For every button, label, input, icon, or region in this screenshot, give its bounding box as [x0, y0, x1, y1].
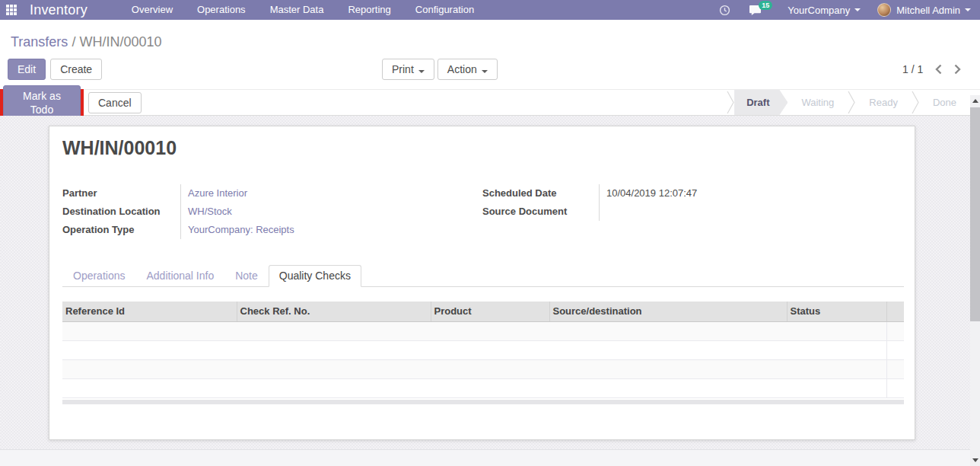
column-product[interactable]: Product — [431, 302, 549, 321]
source-document-value — [606, 203, 743, 221]
create-button[interactable]: Create — [50, 59, 102, 80]
status-separator-icon — [727, 90, 734, 115]
partner-value-link[interactable]: Azure Interior — [188, 184, 325, 203]
menu-overview[interactable]: Overview — [119, 0, 185, 20]
column-spacer — [886, 302, 904, 321]
messages-count-badge: 15 — [759, 1, 772, 10]
column-reference-id[interactable]: Reference Id — [62, 302, 237, 321]
chevron-down-icon — [854, 8, 861, 11]
pager-next-icon[interactable] — [954, 64, 961, 75]
field-values: Azure Interior WH/Stock YourCompany: Rec… — [180, 184, 325, 239]
column-check-ref-no[interactable]: Check Ref. No. — [237, 302, 431, 321]
scrollbar-thumb[interactable] — [970, 107, 980, 321]
tab-operations[interactable]: Operations — [62, 265, 135, 286]
source-document-label: Source Document — [482, 203, 599, 221]
tab-note[interactable]: Note — [224, 265, 269, 286]
scheduled-date-label: Scheduled Date — [482, 184, 599, 203]
print-label: Print — [392, 63, 414, 75]
menu-master-data[interactable]: Master Data — [258, 0, 336, 20]
pager-counter[interactable]: 1 / 1 — [902, 63, 923, 75]
company-switcher[interactable]: YourCompany — [788, 5, 861, 16]
breadcrumb-separator: / — [72, 34, 75, 49]
destination-location-value-link[interactable]: WH/Stock — [188, 203, 325, 221]
scroll-down-icon[interactable] — [970, 455, 980, 466]
app-brand[interactable]: Inventory — [30, 2, 88, 18]
activities-clock-icon[interactable] — [719, 5, 730, 16]
cancel-button[interactable]: Cancel — [88, 92, 142, 113]
print-action-buttons: Print Action — [382, 59, 498, 80]
status-done[interactable]: Done — [919, 90, 970, 115]
status-separator-icon — [848, 90, 855, 115]
user-name: Mitchell Admin — [896, 5, 960, 16]
notebook-tabs: Operations Additional Info Note Quality … — [62, 265, 904, 287]
tab-additional-info[interactable]: Additional Info — [135, 265, 224, 286]
column-source-destination[interactable]: Source/destination — [549, 302, 787, 321]
systray: 15 YourCompany Mitchell Admin — [719, 3, 980, 17]
tab-quality-checks[interactable]: Quality Checks — [269, 265, 361, 287]
menu-operations[interactable]: Operations — [185, 0, 258, 20]
pager-previous-icon[interactable] — [935, 64, 942, 75]
chevron-down-icon — [482, 70, 488, 73]
status-draft[interactable]: Draft — [734, 90, 788, 115]
scheduled-date-value: 10/04/2019 12:07:47 — [606, 184, 743, 203]
company-name: YourCompany — [788, 5, 850, 16]
status-ready[interactable]: Ready — [855, 90, 912, 115]
pager: 1 / 1 — [902, 59, 961, 80]
status-waiting[interactable]: Waiting — [788, 90, 848, 115]
breadcrumb: Transfers / WH/IN/00010 — [11, 34, 161, 50]
field-values: 10/04/2019 12:07:47 — [599, 184, 743, 221]
form-view-background: WH/IN/00010 Partner Destination Location… — [0, 116, 980, 466]
control-panel: Transfers / WH/IN/00010 Edit Create Prin… — [0, 20, 980, 89]
quality-checks-table: Reference Id Check Ref. No. Product Sour… — [62, 302, 904, 404]
breadcrumb-current: WH/IN/00010 — [79, 34, 161, 49]
user-menu[interactable]: Mitchell Admin — [877, 3, 971, 17]
empty-table-row — [62, 359, 904, 378]
chevron-down-icon — [965, 8, 971, 11]
field-group-left: Partner Destination Location Operation T… — [62, 184, 325, 239]
column-status[interactable]: Status — [787, 302, 886, 321]
empty-table-row — [62, 321, 904, 340]
status-separator-icon — [912, 90, 919, 115]
status-pipeline: Draft Waiting Ready Done — [727, 90, 970, 115]
destination-location-label: Destination Location — [62, 203, 180, 221]
apps-grid-icon[interactable] — [6, 5, 17, 15]
breadcrumb-transfers-link[interactable]: Transfers — [11, 34, 68, 49]
scroll-up-icon[interactable] — [970, 95, 980, 107]
field-labels: Partner Destination Location Operation T… — [62, 184, 180, 239]
action-dropdown[interactable]: Action — [438, 59, 498, 80]
empty-table-row — [62, 340, 904, 359]
edit-create-buttons: Edit Create — [8, 59, 102, 80]
chevron-down-icon — [418, 70, 425, 73]
horizontal-scrollbar[interactable] — [62, 400, 904, 404]
action-label: Action — [447, 63, 477, 75]
partner-label: Partner — [62, 184, 180, 203]
operation-type-value-link[interactable]: YourCompany: Receipts — [188, 221, 325, 239]
table-header-row: Reference Id Check Ref. No. Product Sour… — [62, 302, 904, 321]
menu-reporting[interactable]: Reporting — [336, 0, 402, 20]
menu-configuration[interactable]: Configuration — [403, 0, 486, 20]
empty-table-row — [62, 378, 904, 397]
vertical-scrollbar[interactable] — [970, 95, 980, 466]
messages-icon[interactable]: 15 — [749, 5, 762, 16]
main-menu: Overview Operations Master Data Reportin… — [119, 0, 486, 20]
user-avatar — [877, 3, 891, 17]
field-labels: Scheduled Date Source Document — [482, 184, 599, 221]
record-title: WH/IN/00010 — [62, 137, 177, 159]
top-navbar: Inventory Overview Operations Master Dat… — [0, 0, 980, 20]
operation-type-label: Operation Type — [62, 221, 180, 239]
print-dropdown[interactable]: Print — [382, 59, 434, 80]
form-sheet: WH/IN/00010 Partner Destination Location… — [49, 126, 915, 440]
form-statusbar: Mark as Todo Cancel Draft Waiting Ready … — [0, 89, 980, 116]
footer-strip — [0, 449, 970, 466]
field-group-right: Scheduled Date Source Document 10/04/201… — [482, 184, 743, 221]
edit-button[interactable]: Edit — [8, 59, 46, 80]
action-highlight-box: Mark as Todo — [0, 89, 84, 116]
